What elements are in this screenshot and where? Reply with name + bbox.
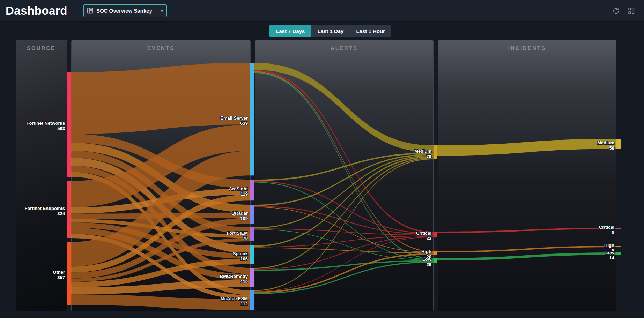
widget-selector-label: SOC Overview Sankey [96,8,152,14]
time-range-last-1-day[interactable]: Last 1 Day [311,25,350,37]
node-inc_medium[interactable] [616,139,621,149]
column-title-events: EVENTS [147,45,175,51]
widget-selector-dropdown[interactable]: SOC Overview Sankey ▾ [83,4,167,17]
node-mcafee_esm[interactable] [250,290,254,310]
node-inc_high[interactable] [616,246,621,247]
panel-incidents [438,40,616,311]
chevron-down-icon: ▾ [157,9,163,13]
link-fortinet_networks-to-email_server[interactable] [71,63,250,134]
node-inc_low[interactable] [616,252,621,255]
node-splunk[interactable] [250,245,254,264]
node-fortinet_networks[interactable] [67,72,71,177]
node-email_server[interactable] [250,63,254,175]
refresh-icon[interactable] [613,7,620,14]
time-range-toolbar: Last 7 Days Last 1 Day Last 1 Hour [269,25,391,37]
node-bmcremedy[interactable] [250,268,254,287]
page-title: Dashboard [6,4,67,17]
node-alert_critical[interactable] [434,232,437,237]
panel-alerts [255,40,434,311]
column-title-source: SOURCE [27,45,55,51]
panel-source [16,40,67,311]
node-fortinet_endpoints[interactable] [67,181,71,238]
node-other[interactable] [67,242,71,305]
node-qradar[interactable] [250,205,254,224]
node-fortisiem[interactable] [250,227,254,241]
node-alert_low[interactable] [434,258,437,263]
header-bar: Dashboard SOC Overview Sankey ▾ [0,0,644,22]
node-arcsight[interactable] [250,180,254,200]
node-alert_medium[interactable] [434,145,437,159]
time-range-last-7-days[interactable]: Last 7 Days [269,25,311,37]
time-range-last-1-hour[interactable]: Last 1 Hour [350,25,391,37]
widget-icon [87,8,93,14]
layout-settings-icon[interactable] [628,7,635,14]
node-alert_high[interactable] [434,251,437,255]
node-inc_critical[interactable] [616,228,621,229]
column-title-incidents: INCIDENTS [508,45,546,51]
column-title-alerts: ALERTS [331,45,358,51]
